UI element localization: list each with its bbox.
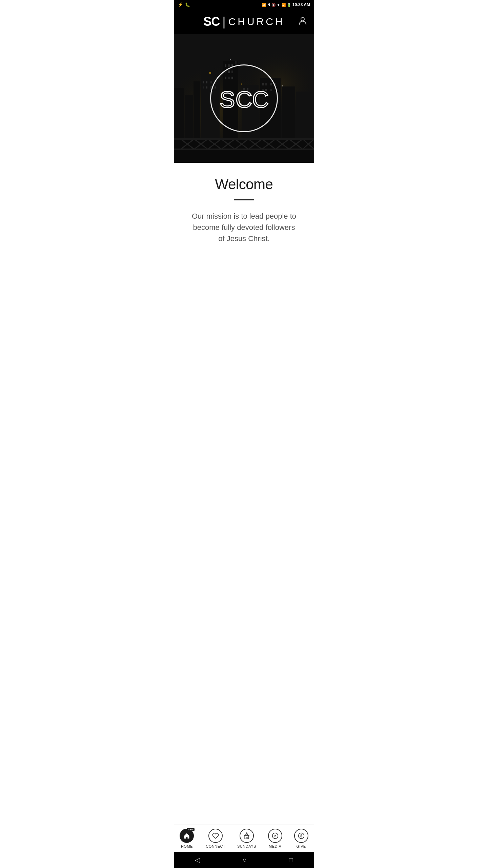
svg-rect-28 — [235, 61, 237, 64]
hero-section: S CC — [174, 34, 314, 163]
logo-divider: | — [222, 15, 225, 29]
svg-rect-68 — [174, 149, 314, 150]
header-logo: SC | CHURCH — [203, 15, 284, 29]
svg-text:CC: CC — [236, 86, 269, 112]
debug-icon: 🐛 — [185, 2, 190, 7]
battery-icon: 🔋 — [287, 3, 291, 7]
svg-rect-15 — [206, 86, 207, 88]
title-divider — [234, 199, 254, 200]
status-bar: ⚡ 🐛 📶 N 🔇 ▼ 📶 🔋 10:33 AM — [174, 0, 314, 9]
svg-rect-67 — [174, 138, 314, 140]
mission-text: Our mission is to lead people to become … — [190, 211, 298, 244]
status-left-icons: ⚡ 🐛 — [178, 2, 190, 7]
welcome-title: Welcome — [184, 176, 304, 193]
svg-rect-14 — [203, 86, 204, 88]
svg-point-43 — [230, 59, 231, 60]
svg-rect-11 — [206, 81, 207, 83]
signal-icon: 📶 — [282, 3, 286, 7]
nfc-icon: N — [268, 3, 270, 7]
time-display: 10:33 AM — [292, 2, 310, 7]
svg-rect-10 — [203, 81, 204, 83]
profile-button[interactable] — [298, 16, 307, 28]
logo-church: CHURCH — [228, 16, 285, 27]
content-section: Welcome Our mission is to lead people to… — [174, 163, 314, 285]
app-header: SC | CHURCH — [174, 9, 314, 34]
status-right-info: 📶 N 🔇 ▼ 📶 🔋 10:33 AM — [262, 2, 310, 7]
mute-icon: 🔇 — [271, 3, 276, 7]
usb-icon: ⚡ — [178, 2, 183, 7]
svg-point-45 — [282, 85, 283, 86]
bluetooth-icon: 📶 — [262, 3, 266, 7]
scc-logo: S CC — [210, 64, 278, 132]
scc-circle: S CC — [210, 64, 278, 132]
svg-point-0 — [301, 18, 304, 21]
logo-sc: SC — [203, 15, 220, 29]
svg-text:S: S — [220, 86, 235, 112]
wifi-icon: ▼ — [277, 3, 280, 7]
